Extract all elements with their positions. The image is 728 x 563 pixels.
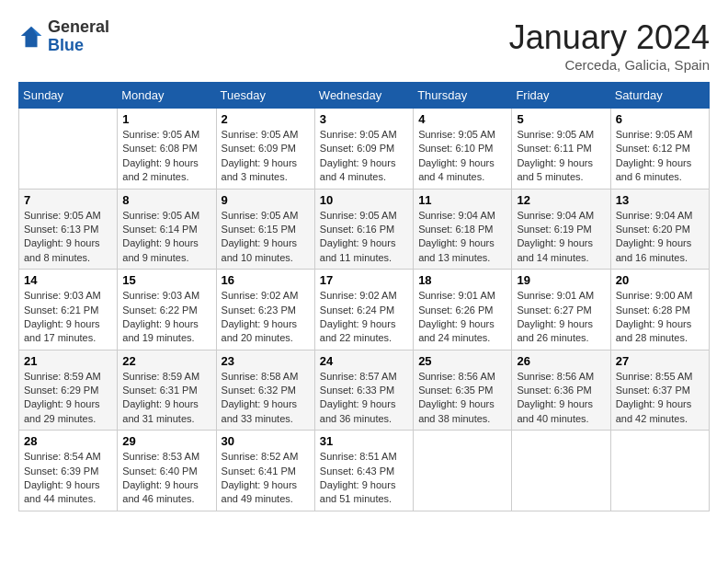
day-cell: 4Sunrise: 9:05 AMSunset: 6:10 PMDaylight… xyxy=(414,109,512,190)
logo-icon xyxy=(18,24,44,50)
day-info: Sunrise: 9:04 AMSunset: 6:20 PMDaylight:… xyxy=(616,209,704,266)
day-number: 14 xyxy=(24,273,112,287)
day-number: 11 xyxy=(418,193,506,207)
day-cell: 13Sunrise: 9:04 AMSunset: 6:20 PMDayligh… xyxy=(610,189,709,270)
day-cell: 12Sunrise: 9:04 AMSunset: 6:19 PMDayligh… xyxy=(512,189,610,270)
day-info: Sunrise: 9:05 AMSunset: 6:08 PMDaylight:… xyxy=(122,128,210,185)
day-info: Sunrise: 9:05 AMSunset: 6:13 PMDaylight:… xyxy=(24,209,112,266)
day-number: 18 xyxy=(418,273,506,287)
day-number: 6 xyxy=(616,112,704,126)
calendar-body: 1Sunrise: 9:05 AMSunset: 6:08 PMDaylight… xyxy=(19,109,710,511)
day-info: Sunrise: 9:05 AMSunset: 6:15 PMDaylight:… xyxy=(222,209,310,266)
day-info: Sunrise: 9:05 AMSunset: 6:09 PMDaylight:… xyxy=(222,128,310,185)
day-number: 27 xyxy=(616,354,704,368)
day-info: Sunrise: 8:57 AMSunset: 6:33 PMDaylight:… xyxy=(320,370,408,427)
day-cell: 30Sunrise: 8:52 AMSunset: 6:41 PMDayligh… xyxy=(216,431,314,511)
logo-text: General Blue xyxy=(48,18,109,55)
day-number: 7 xyxy=(24,193,112,207)
week-row-0: 1Sunrise: 9:05 AMSunset: 6:08 PMDaylight… xyxy=(19,109,710,190)
day-number: 12 xyxy=(517,193,605,207)
day-info: Sunrise: 9:05 AMSunset: 6:14 PMDaylight:… xyxy=(122,209,210,266)
day-cell: 19Sunrise: 9:01 AMSunset: 6:27 PMDayligh… xyxy=(512,270,610,350)
logo: General Blue xyxy=(18,18,109,55)
day-cell: 21Sunrise: 8:59 AMSunset: 6:29 PMDayligh… xyxy=(19,350,118,431)
day-number: 9 xyxy=(222,193,310,207)
header-cell-sunday: Sunday xyxy=(19,83,118,109)
day-cell: 11Sunrise: 9:04 AMSunset: 6:18 PMDayligh… xyxy=(414,189,512,270)
day-cell: 10Sunrise: 9:05 AMSunset: 6:16 PMDayligh… xyxy=(314,189,413,270)
day-info: Sunrise: 9:03 AMSunset: 6:21 PMDaylight:… xyxy=(24,289,112,346)
day-cell: 14Sunrise: 9:03 AMSunset: 6:21 PMDayligh… xyxy=(19,270,118,350)
day-number: 26 xyxy=(517,354,605,368)
header-cell-wednesday: Wednesday xyxy=(314,83,413,109)
day-cell: 28Sunrise: 8:54 AMSunset: 6:39 PMDayligh… xyxy=(19,431,118,511)
day-info: Sunrise: 9:00 AMSunset: 6:28 PMDaylight:… xyxy=(616,289,704,346)
day-info: Sunrise: 8:58 AMSunset: 6:32 PMDaylight:… xyxy=(222,370,310,427)
day-cell: 15Sunrise: 9:03 AMSunset: 6:22 PMDayligh… xyxy=(118,270,216,350)
day-number: 4 xyxy=(418,112,506,126)
day-info: Sunrise: 9:05 AMSunset: 6:10 PMDaylight:… xyxy=(418,128,506,185)
day-info: Sunrise: 9:05 AMSunset: 6:12 PMDaylight:… xyxy=(616,128,704,185)
day-cell: 22Sunrise: 8:59 AMSunset: 6:31 PMDayligh… xyxy=(118,350,216,431)
day-info: Sunrise: 8:51 AMSunset: 6:43 PMDaylight:… xyxy=(320,450,408,507)
day-info: Sunrise: 8:59 AMSunset: 6:29 PMDaylight:… xyxy=(24,370,112,427)
day-cell: 27Sunrise: 8:55 AMSunset: 6:37 PMDayligh… xyxy=(610,350,709,431)
header-row: SundayMondayTuesdayWednesdayThursdayFrid… xyxy=(19,83,710,109)
day-cell: 1Sunrise: 9:05 AMSunset: 6:08 PMDaylight… xyxy=(118,109,216,190)
week-row-1: 7Sunrise: 9:05 AMSunset: 6:13 PMDaylight… xyxy=(19,189,710,270)
day-info: Sunrise: 8:54 AMSunset: 6:39 PMDaylight:… xyxy=(24,450,112,507)
day-cell: 23Sunrise: 8:58 AMSunset: 6:32 PMDayligh… xyxy=(216,350,314,431)
week-row-2: 14Sunrise: 9:03 AMSunset: 6:21 PMDayligh… xyxy=(19,270,710,350)
day-info: Sunrise: 9:05 AMSunset: 6:11 PMDaylight:… xyxy=(517,128,605,185)
day-cell: 6Sunrise: 9:05 AMSunset: 6:12 PMDaylight… xyxy=(610,109,709,190)
calendar-header: SundayMondayTuesdayWednesdayThursdayFrid… xyxy=(19,83,710,109)
day-info: Sunrise: 8:56 AMSunset: 6:36 PMDaylight:… xyxy=(517,370,605,427)
day-cell: 29Sunrise: 8:53 AMSunset: 6:40 PMDayligh… xyxy=(118,431,216,511)
day-cell: 2Sunrise: 9:05 AMSunset: 6:09 PMDaylight… xyxy=(216,109,314,190)
header-cell-monday: Monday xyxy=(118,83,216,109)
day-info: Sunrise: 9:02 AMSunset: 6:24 PMDaylight:… xyxy=(320,289,408,346)
day-info: Sunrise: 8:52 AMSunset: 6:41 PMDaylight:… xyxy=(222,450,310,507)
day-cell: 24Sunrise: 8:57 AMSunset: 6:33 PMDayligh… xyxy=(314,350,413,431)
day-number: 10 xyxy=(320,193,408,207)
day-cell: 8Sunrise: 9:05 AMSunset: 6:14 PMDaylight… xyxy=(118,189,216,270)
day-number: 5 xyxy=(517,112,605,126)
day-number: 15 xyxy=(122,273,210,287)
week-row-3: 21Sunrise: 8:59 AMSunset: 6:29 PMDayligh… xyxy=(19,350,710,431)
day-number: 31 xyxy=(320,434,408,448)
day-number: 29 xyxy=(122,434,210,448)
day-number: 23 xyxy=(222,354,310,368)
day-number: 21 xyxy=(24,354,112,368)
day-cell: 17Sunrise: 9:02 AMSunset: 6:24 PMDayligh… xyxy=(314,270,413,350)
day-number: 2 xyxy=(222,112,310,126)
week-row-4: 28Sunrise: 8:54 AMSunset: 6:39 PMDayligh… xyxy=(19,431,710,511)
day-info: Sunrise: 9:02 AMSunset: 6:23 PMDaylight:… xyxy=(222,289,310,346)
day-cell: 31Sunrise: 8:51 AMSunset: 6:43 PMDayligh… xyxy=(314,431,413,511)
day-number: 16 xyxy=(222,273,310,287)
day-cell: 3Sunrise: 9:05 AMSunset: 6:09 PMDaylight… xyxy=(314,109,413,190)
header-cell-tuesday: Tuesday xyxy=(216,83,314,109)
day-info: Sunrise: 9:04 AMSunset: 6:18 PMDaylight:… xyxy=(418,209,506,266)
day-number: 30 xyxy=(222,434,310,448)
day-info: Sunrise: 8:59 AMSunset: 6:31 PMDaylight:… xyxy=(122,370,210,427)
day-number: 3 xyxy=(320,112,408,126)
day-cell: 16Sunrise: 9:02 AMSunset: 6:23 PMDayligh… xyxy=(216,270,314,350)
calendar-table: SundayMondayTuesdayWednesdayThursdayFrid… xyxy=(18,82,710,511)
day-info: Sunrise: 8:56 AMSunset: 6:35 PMDaylight:… xyxy=(418,370,506,427)
svg-marker-0 xyxy=(21,27,41,47)
day-cell: 26Sunrise: 8:56 AMSunset: 6:36 PMDayligh… xyxy=(512,350,610,431)
title-block: January 2024 Cerceda, Galicia, Spain xyxy=(509,18,710,73)
day-number: 28 xyxy=(24,434,112,448)
page-header: General Blue January 2024 Cerceda, Galic… xyxy=(18,18,710,73)
day-info: Sunrise: 9:01 AMSunset: 6:26 PMDaylight:… xyxy=(418,289,506,346)
day-info: Sunrise: 8:55 AMSunset: 6:37 PMDaylight:… xyxy=(616,370,704,427)
day-number: 22 xyxy=(122,354,210,368)
day-number: 8 xyxy=(122,193,210,207)
day-number: 25 xyxy=(418,354,506,368)
month-title: January 2024 xyxy=(509,18,710,57)
day-number: 13 xyxy=(616,193,704,207)
day-info: Sunrise: 9:05 AMSunset: 6:16 PMDaylight:… xyxy=(320,209,408,266)
day-cell: 18Sunrise: 9:01 AMSunset: 6:26 PMDayligh… xyxy=(414,270,512,350)
day-info: Sunrise: 8:53 AMSunset: 6:40 PMDaylight:… xyxy=(122,450,210,507)
day-cell xyxy=(414,431,512,511)
